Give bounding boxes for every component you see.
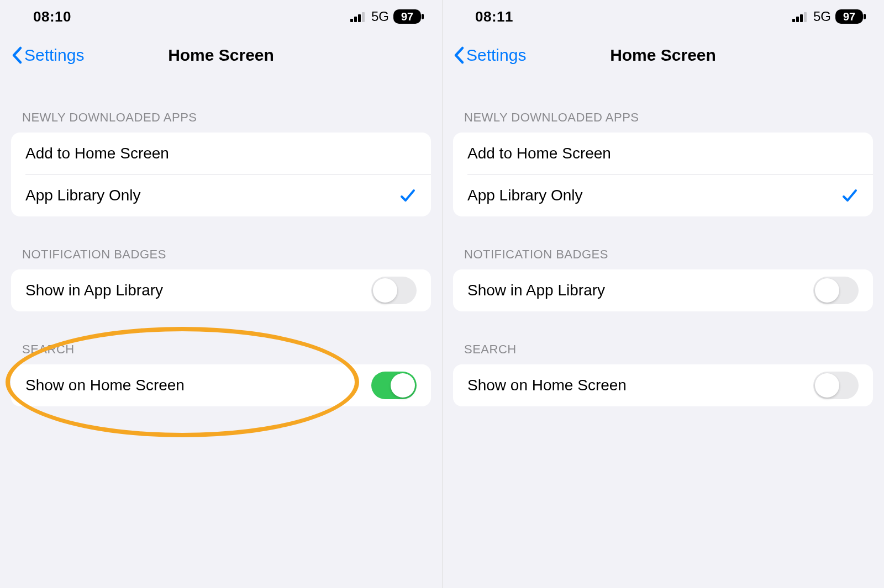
option-label: App Library Only [25,187,141,204]
svg-rect-4 [792,19,795,22]
option-label: Add to Home Screen [25,145,169,162]
network-type: 5G [813,9,831,24]
status-right: 5G 97 [350,9,421,24]
network-type: 5G [371,9,389,24]
group-search: Show on Home Screen [453,364,873,406]
section-header-newly-downloaded: NEWLY DOWNLOADED APPS [453,77,873,133]
navigation-bar: Settings Home Screen [442,33,884,77]
row-show-on-home-screen[interactable]: Show on Home Screen [453,364,873,406]
toggle-show-in-app-library[interactable] [813,277,859,304]
group-notification-badges: Show in App Library [11,269,431,311]
svg-rect-0 [350,19,353,22]
row-show-on-home-screen[interactable]: Show on Home Screen [11,364,431,406]
svg-rect-7 [804,12,807,22]
section-header-newly-downloaded: NEWLY DOWNLOADED APPS [11,77,431,133]
back-button[interactable]: Settings [11,46,84,65]
toggle-show-on-home-screen[interactable] [813,372,859,399]
status-time: 08:11 [475,8,513,25]
screen-divider [442,0,443,588]
section-header-search: SEARCH [11,311,431,364]
toggle-show-in-app-library[interactable] [371,277,417,304]
section-header-notification-badges: NOTIFICATION BADGES [453,216,873,269]
svg-rect-2 [358,14,361,22]
svg-rect-3 [362,12,365,22]
content-area: NEWLY DOWNLOADED APPS Add to Home Screen… [0,77,442,406]
option-add-to-home-screen[interactable]: Add to Home Screen [11,133,431,174]
svg-rect-5 [796,17,799,22]
navigation-bar: Settings Home Screen [0,33,442,77]
section-header-search: SEARCH [453,311,873,364]
status-bar: 08:11 5G 97 [442,0,884,33]
row-label: Show in App Library [467,282,605,299]
svg-rect-6 [800,14,803,22]
status-right: 5G 97 [792,9,863,24]
group-notification-badges: Show in App Library [453,269,873,311]
back-label: Settings [466,46,526,65]
option-app-library-only[interactable]: App Library Only [11,174,431,216]
battery-indicator: 97 [393,9,421,24]
battery-indicator: 97 [835,9,863,24]
row-label: Show on Home Screen [25,377,185,394]
group-newly-downloaded: Add to Home Screen App Library Only [453,133,873,216]
status-time: 08:10 [33,8,71,25]
group-search: Show on Home Screen [11,364,431,406]
section-header-notification-badges: NOTIFICATION BADGES [11,216,431,269]
toggle-show-on-home-screen[interactable] [371,372,417,399]
group-newly-downloaded: Add to Home Screen App Library Only [11,133,431,216]
row-show-in-app-library[interactable]: Show in App Library [11,269,431,311]
chevron-left-icon [11,46,23,65]
content-area: NEWLY DOWNLOADED APPS Add to Home Screen… [442,77,884,406]
page-title: Home Screen [610,46,716,65]
option-label: Add to Home Screen [467,145,611,162]
row-show-in-app-library[interactable]: Show in App Library [453,269,873,311]
back-label: Settings [24,46,84,65]
checkmark-icon [399,187,417,204]
row-label: Show on Home Screen [467,377,627,394]
screen-left: 08:10 5G 97 Settings Home Screen NEWLY D… [0,0,442,588]
status-bar: 08:10 5G 97 [0,0,442,33]
screen-right: 08:11 5G 97 Settings Home Screen NEWLY D… [442,0,884,588]
back-button[interactable]: Settings [453,46,526,65]
cellular-signal-icon [792,11,809,22]
option-app-library-only[interactable]: App Library Only [453,174,873,216]
svg-rect-1 [354,17,357,22]
cellular-signal-icon [350,11,367,22]
row-label: Show in App Library [25,282,163,299]
chevron-left-icon [453,46,465,65]
checkmark-icon [841,187,859,204]
option-label: App Library Only [467,187,583,204]
option-add-to-home-screen[interactable]: Add to Home Screen [453,133,873,174]
page-title: Home Screen [168,46,274,65]
